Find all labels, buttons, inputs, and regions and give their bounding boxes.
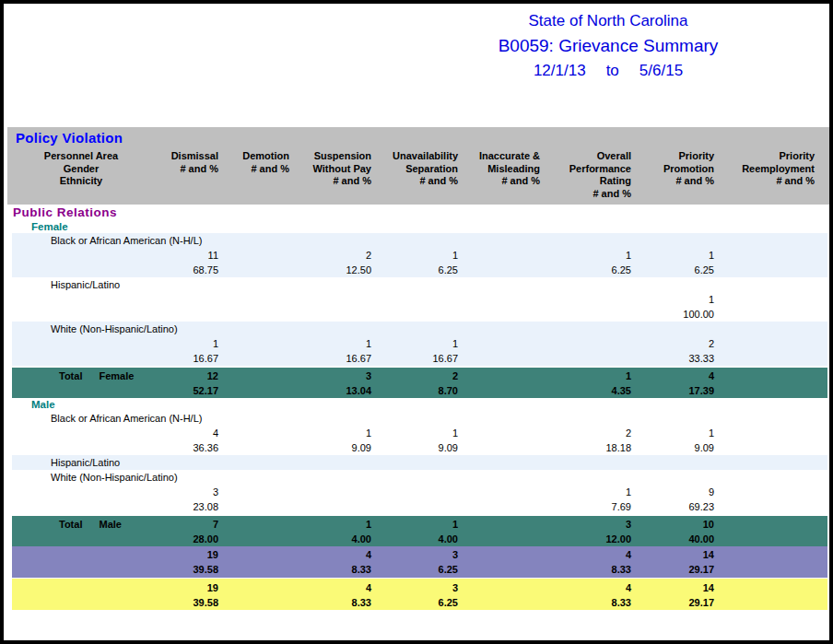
- pct-cell: 28.00: [149, 532, 220, 546]
- count-line: 112111: [13, 248, 827, 263]
- pct-cell: 8.33: [542, 595, 633, 610]
- pct-cell: 29.17: [633, 595, 716, 610]
- row-label-cell: [13, 580, 149, 595]
- report-title: B0059: Grievance Summary: [383, 33, 833, 59]
- ethnicity-label: White (Non-Hispanic/Latino): [12, 322, 827, 336]
- count-cell: [460, 485, 542, 499]
- count-cell: [220, 580, 291, 595]
- count-cell: 4: [542, 547, 633, 562]
- row-label-cell: [13, 532, 149, 546]
- total-male-row: TotalMale71131028.004.004.0012.0040.00: [12, 516, 827, 546]
- ethnicity-label: Hispanic/Latino: [12, 455, 827, 470]
- count-cell: 1: [291, 336, 373, 351]
- count-cell: 19: [149, 580, 220, 595]
- pct-cell: 4.00: [291, 532, 373, 546]
- column-header-line: Rating: [542, 175, 631, 188]
- total-label-gender: Female: [99, 370, 134, 381]
- row-label-cell: [13, 595, 149, 610]
- grand-total-row: 194341439.588.336.258.3329.17: [12, 546, 827, 578]
- row-label-cell: [13, 351, 149, 366]
- pct-cell: 12.50: [291, 263, 373, 277]
- column-header-line: Without Pay: [291, 163, 371, 176]
- report-total-row: 194341439.588.336.258.3329.17: [12, 579, 827, 610]
- row-header-line-2: Gender: [13, 163, 149, 176]
- pct-line: 36.369.099.0918.189.09: [13, 440, 827, 455]
- column-header-row: Personnel Area Gender Ethnicity Dismissa…: [13, 147, 831, 200]
- row-label-cell: [13, 292, 149, 307]
- count-cell: [220, 426, 291, 440]
- count-cell: 1: [542, 369, 633, 383]
- column-header-line: Priority: [633, 150, 714, 163]
- column-header-line: Overall: [542, 150, 631, 163]
- pct-cell: 6.25: [633, 263, 716, 277]
- total-label-prefix: Total: [59, 519, 82, 530]
- count-cell: 3: [542, 517, 633, 532]
- count-cell: [291, 485, 373, 499]
- pct-cell: [220, 307, 291, 322]
- pct-cell: 7.69: [542, 499, 633, 514]
- row-label-cell: [13, 383, 149, 398]
- column-header-4: UnavailabilitySeparation# and %: [373, 147, 460, 200]
- pct-cell: 33.33: [633, 351, 716, 366]
- count-cell: [220, 547, 291, 562]
- row-label-cell: [13, 307, 149, 322]
- pct-cell: 12.00: [542, 532, 633, 546]
- count-cell: 2: [373, 369, 460, 383]
- pct-cell: [149, 307, 220, 322]
- column-header-line: # and %: [149, 163, 218, 176]
- count-line: 1: [13, 292, 827, 307]
- count-cell: 1: [633, 292, 716, 307]
- pct-cell: 6.25: [373, 263, 460, 277]
- count-cell: [460, 336, 542, 351]
- pct-cell: [716, 595, 816, 610]
- count-cell: [373, 485, 460, 499]
- pct-cell: 13.04: [291, 383, 373, 398]
- org-title: State of North Carolina: [383, 9, 833, 33]
- pct-cell: 18.18: [542, 440, 633, 455]
- pct-cell: 6.25: [373, 562, 460, 577]
- count-cell: [220, 485, 291, 499]
- pct-cell: 9.09: [633, 440, 716, 455]
- column-header-1: Dismissal# and %: [149, 147, 220, 200]
- count-cell: 2: [542, 426, 633, 440]
- pct-cell: 9.09: [373, 440, 460, 455]
- column-header-line: Priority: [716, 150, 815, 163]
- pct-cell: [542, 307, 633, 322]
- ethnicity-row: White (Non-Hispanic/Latino)31923.087.696…: [12, 470, 827, 514]
- count-cell: [460, 248, 542, 263]
- count-cell: 11: [149, 248, 220, 263]
- column-header-line: # and %: [220, 163, 289, 176]
- pct-line: 28.004.004.0012.0040.00: [13, 532, 827, 546]
- count-line: TotalFemale123214: [13, 369, 827, 383]
- column-header-line: # and %: [633, 175, 714, 188]
- column-header-line: # and %: [542, 188, 631, 201]
- total-label-prefix: Total: [59, 370, 82, 381]
- count-cell: 1: [373, 336, 460, 351]
- count-cell: 1: [291, 426, 373, 440]
- count-cell: [220, 369, 291, 383]
- pct-cell: [460, 562, 542, 577]
- count-cell: [716, 580, 816, 595]
- column-header-2: Demotion# and %: [220, 147, 291, 200]
- count-cell: 4: [291, 580, 373, 595]
- pct-cell: 52.17: [149, 383, 220, 398]
- column-header-line: # and %: [716, 175, 815, 188]
- pct-cell: 17.39: [633, 383, 716, 398]
- total-row-label: TotalFemale: [13, 369, 149, 383]
- pct-cell: [220, 562, 291, 577]
- pct-cell: 16.67: [373, 351, 460, 366]
- count-cell: 1: [373, 517, 460, 532]
- count-cell: [220, 517, 291, 532]
- total-row-label: TotalMale: [13, 517, 149, 532]
- count-cell: 4: [149, 426, 220, 440]
- count-cell: [460, 547, 542, 562]
- column-header-line: Unavailability: [373, 150, 458, 163]
- row-header-line-3: Ethnicity: [13, 175, 149, 188]
- pct-cell: 68.75: [149, 263, 220, 277]
- count-cell: [716, 547, 816, 562]
- row-label-cell: [13, 426, 149, 440]
- ethnicity-label: White (Non-Hispanic/Latino): [12, 470, 827, 485]
- pct-cell: 9.09: [291, 440, 373, 455]
- pct-cell: [460, 440, 542, 455]
- group-label: Public Relations: [13, 205, 829, 220]
